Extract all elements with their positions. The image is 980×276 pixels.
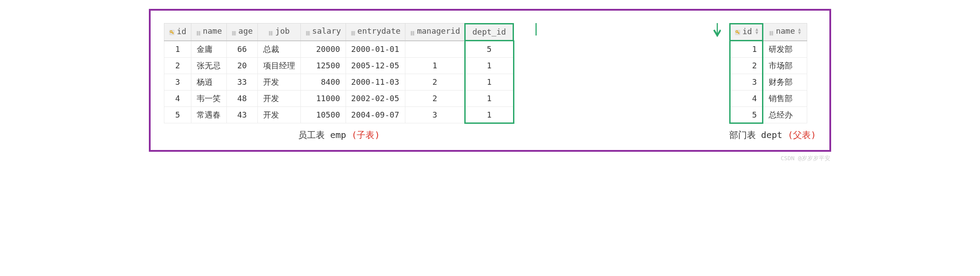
cell-age: 20 (227, 57, 258, 74)
cell-name: 金庸 (191, 41, 226, 58)
col-managerid: managerid (405, 24, 465, 41)
cell-dept-id: 3 (730, 74, 763, 90)
cell-dept-name: 总经办 (763, 106, 807, 123)
column-icon (350, 28, 356, 34)
emp-table: id name age job salary entrydate manager… (164, 23, 514, 124)
col-label: name (776, 26, 795, 35)
cell-name: 常遇春 (191, 106, 226, 123)
col-label: id (743, 27, 752, 36)
svg-rect-8 (268, 31, 273, 35)
cell-salary: 11000 (300, 90, 346, 106)
cell-salary: 8400 (300, 74, 346, 90)
table-row: 1研发部 (730, 41, 807, 58)
col-label: managerid (417, 26, 460, 35)
col-dept-id: id▲▼ (730, 24, 763, 41)
content-wrap: id name age job salary entrydate manager… (164, 23, 816, 141)
cell-id: 5 (164, 106, 191, 123)
col-label: salary (312, 26, 341, 35)
col-label: entrydate (358, 26, 401, 35)
cell-dept-id: 5 (465, 41, 513, 58)
cell-entrydate: 2005-12-05 (346, 57, 405, 74)
cell-age: 43 (227, 106, 258, 123)
cell-dept-id: 1 (465, 57, 513, 74)
table-row: 3杨逍33开发84002000-11-0321 (164, 74, 514, 90)
svg-rect-14 (351, 31, 355, 35)
cell-managerid: 3 (405, 106, 465, 123)
svg-rect-11 (306, 31, 310, 35)
col-job: job (257, 24, 300, 41)
col-label: id (177, 27, 187, 36)
cell-job: 总裁 (257, 41, 300, 58)
cell-job: 开发 (257, 106, 300, 123)
svg-rect-5 (232, 31, 236, 35)
cell-managerid: 1 (405, 57, 465, 74)
sort-icon: ▲▼ (798, 28, 801, 35)
primary-key-icon (169, 28, 175, 34)
col-entrydate: entrydate (346, 24, 405, 41)
cell-age: 33 (227, 74, 258, 90)
cell-job: 开发 (257, 90, 300, 106)
cell-entrydate: 2002-02-05 (346, 90, 405, 106)
cell-entrydate: 2000-11-03 (346, 74, 405, 90)
col-name: name (191, 24, 226, 41)
watermark: CSDN @岁岁岁平安 (149, 152, 831, 162)
cell-job: 开发 (257, 74, 300, 90)
cell-dept-id: 2 (730, 57, 763, 74)
cell-dept-id: 1 (465, 106, 513, 123)
table-row: 2张无忌20项目经理125002005-12-0511 (164, 57, 514, 74)
emp-caption-text: 员工表 emp (298, 130, 351, 140)
table-row: 4销售部 (730, 90, 807, 106)
col-dept-name: name▲▼ (763, 24, 807, 41)
column-icon (196, 28, 201, 34)
emp-table-block: id name age job salary entrydate manager… (164, 23, 514, 141)
col-salary: salary (300, 24, 346, 41)
cell-salary: 10500 (300, 106, 346, 123)
table-row: 1金庸66总裁200002000-01-015 (164, 41, 514, 58)
emp-header-row: id name age job salary entrydate manager… (164, 24, 514, 41)
col-age: age (227, 24, 258, 41)
cell-dept-id: 1 (465, 90, 513, 106)
cell-dept-id: 1 (730, 41, 763, 58)
col-dept-id: dept_id (465, 24, 513, 41)
svg-rect-17 (410, 31, 415, 35)
dept-header-row: id▲▼ name▲▼ (730, 24, 807, 41)
cell-dept-name: 财务部 (763, 74, 807, 90)
cell-dept-id: 5 (730, 106, 763, 123)
cell-entrydate: 2000-01-01 (346, 41, 405, 58)
dept-table: id▲▼ name▲▼ 1研发部2市场部3财务部4销售部5总经办 (729, 23, 808, 124)
emp-caption: 员工表 emp (子表) (164, 124, 514, 141)
column-icon (410, 28, 415, 34)
cell-name: 韦一笑 (191, 90, 226, 106)
cell-job: 项目经理 (257, 57, 300, 74)
cell-managerid: 2 (405, 74, 465, 90)
column-icon (305, 28, 311, 34)
sort-icon: ▲▼ (754, 28, 758, 35)
svg-rect-22 (769, 31, 774, 35)
dept-table-block: id▲▼ name▲▼ 1研发部2市场部3财务部4销售部5总经办 部门表 dep… (729, 23, 816, 141)
cell-age: 48 (227, 90, 258, 106)
dept-caption-red: (父表) (788, 130, 816, 140)
cell-salary: 20000 (300, 41, 346, 58)
col-label: age (238, 26, 253, 35)
table-row: 5总经办 (730, 106, 807, 123)
cell-id: 3 (164, 74, 191, 90)
cell-dept-name: 市场部 (763, 57, 807, 74)
table-row: 3财务部 (730, 74, 807, 90)
table-row: 5常遇春43开发105002004-09-0731 (164, 106, 514, 123)
col-label: job (275, 26, 290, 35)
cell-entrydate: 2004-09-07 (346, 106, 405, 123)
cell-age: 66 (227, 41, 258, 58)
cell-id: 2 (164, 57, 191, 74)
cell-dept-name: 销售部 (763, 90, 807, 106)
emp-caption-red: (子表) (351, 130, 380, 140)
column-icon (268, 28, 273, 34)
cell-dept-id: 1 (465, 74, 513, 90)
dept-caption: 部门表 dept (父表) (729, 124, 816, 141)
cell-dept-id: 4 (730, 90, 763, 106)
table-row: 2市场部 (730, 57, 807, 74)
svg-rect-2 (196, 31, 201, 35)
cell-managerid (405, 41, 465, 58)
table-row: 4韦一笑48开发110002002-02-0521 (164, 90, 514, 106)
cell-id: 1 (164, 41, 191, 58)
column-icon (231, 28, 237, 34)
